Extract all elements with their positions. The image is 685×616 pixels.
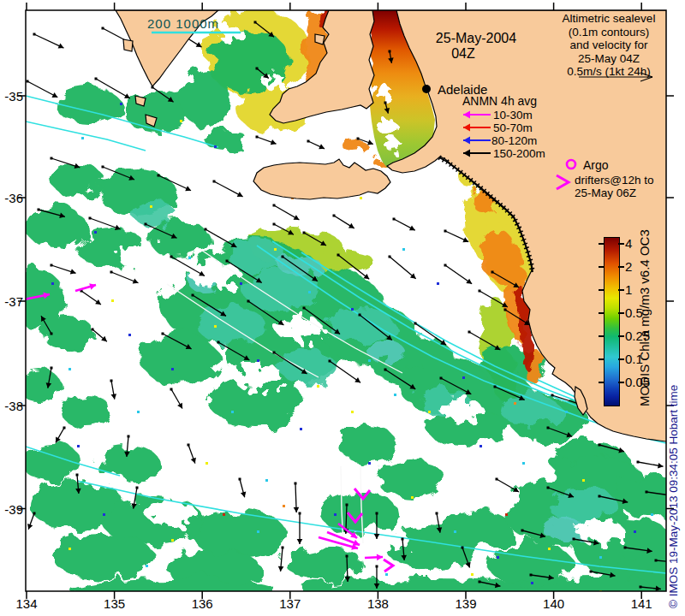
colorbar-tick-label: 2 bbox=[625, 259, 632, 274]
date-hour-label: 04Z bbox=[408, 46, 519, 62]
colorbar-tick bbox=[618, 358, 624, 360]
y-tick-label: -36 bbox=[0, 191, 23, 205]
colorbar-tick-label: 0.05 bbox=[625, 375, 650, 389]
land-island-a bbox=[123, 39, 133, 51]
anmn-legend-title: ANMN 4h avg bbox=[462, 94, 537, 108]
y-tick-label: -35 bbox=[0, 89, 23, 104]
colorbar-tick bbox=[618, 266, 624, 268]
anmn-depth-1: 10-30m bbox=[493, 109, 533, 122]
anmn-depth-2: 50-70m bbox=[493, 121, 533, 135]
bathymetry-scale-label: 200 1000m bbox=[147, 16, 219, 31]
colorbar-tick-label: 1 bbox=[625, 282, 632, 297]
colorbar-tick bbox=[599, 335, 605, 337]
x-tick-label: 137 bbox=[269, 596, 312, 611]
colorbar-tick bbox=[618, 243, 624, 245]
copyright-text: © IMOS 19-May-2013 09:34:05 Hobart time bbox=[667, 385, 680, 608]
colorbar-tick bbox=[599, 289, 605, 291]
adelaide-dot bbox=[422, 85, 431, 93]
colorbar-tick bbox=[618, 382, 624, 383]
map-canvas bbox=[0, 0, 685, 616]
x-tick-label: 141 bbox=[620, 596, 663, 611]
x-tick-label: 134 bbox=[5, 596, 48, 611]
anmn-depth-4: 150-200m bbox=[493, 147, 545, 161]
altimetric-note: Altimetric sealevel (0.1m contours) and … bbox=[545, 12, 673, 79]
x-tick-label: 135 bbox=[93, 596, 136, 611]
colorbar-tick bbox=[618, 312, 624, 314]
altimetric-note-line1: Altimetric sealevel bbox=[545, 12, 673, 26]
y-tick-label: -38 bbox=[0, 399, 23, 413]
drifter-label-line1: drifters@12h to bbox=[575, 174, 654, 187]
colorbar-tick-label: 4 bbox=[625, 236, 632, 251]
y-tick-label: -37 bbox=[0, 294, 23, 309]
argo-label: Argo bbox=[583, 158, 609, 172]
x-tick-label: 136 bbox=[181, 596, 223, 611]
x-tick-label: 140 bbox=[533, 596, 575, 611]
altimetric-note-line3: and velocity for bbox=[545, 38, 673, 52]
colorbar-tick-label: 0.1 bbox=[625, 352, 643, 366]
plot-area bbox=[1, 5, 685, 602]
colorbar-tick bbox=[599, 382, 605, 383]
altimetric-note-line4: 25-May 04Z bbox=[545, 52, 673, 66]
y-tick-label: -39 bbox=[0, 502, 23, 517]
date-label: 25-May-2004 bbox=[420, 31, 532, 46]
colorbar-tick bbox=[618, 289, 624, 291]
colorbar-tick bbox=[599, 266, 605, 268]
altimetric-note-line2: (0.1m contours) bbox=[545, 26, 673, 39]
colorbar-tick bbox=[599, 312, 605, 314]
colorbar-tick bbox=[618, 335, 624, 337]
drifter-label-line2: 25-May 06Z bbox=[575, 187, 636, 200]
altimetric-note-line5: 0.5m/s (1kt 24h) bbox=[545, 65, 673, 79]
x-tick-label: 139 bbox=[444, 596, 487, 611]
x-tick-label: 138 bbox=[356, 596, 399, 611]
colorbar-tick bbox=[599, 243, 605, 245]
colorbar-tick-label: 0.5 bbox=[625, 305, 643, 320]
anmn-depth-3: 80-120m bbox=[491, 134, 537, 148]
colorbar-tick-label: 0.25 bbox=[625, 329, 650, 343]
figure-root: 200 1000m 25-May-2004 04Z Adelaide Altim… bbox=[0, 0, 685, 616]
colorbar-tick bbox=[599, 358, 605, 360]
